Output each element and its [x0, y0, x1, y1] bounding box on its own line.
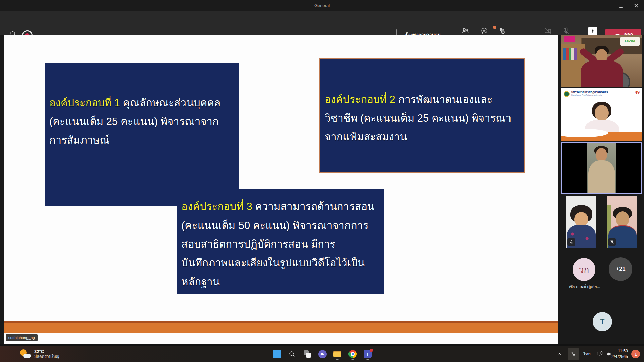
- scene-shape: [564, 36, 575, 42]
- close-button[interactable]: [629, 0, 644, 11]
- mic-off-icon: [562, 27, 584, 35]
- university-logo-icon: [564, 91, 570, 97]
- chat-notification-dot: [493, 26, 496, 29]
- camera-off-icon: [544, 27, 563, 35]
- university-banner: มหาวิทยาลัยราชภัฏกำแพงเพชร Kamphaeng Phe…: [561, 88, 642, 100]
- person-silhouette: [595, 105, 609, 121]
- scene-shape: [587, 143, 616, 193]
- running-indicator: [336, 359, 339, 360]
- network-button[interactable]: [595, 346, 604, 362]
- tray-mic-button[interactable]: [568, 348, 579, 360]
- person-silhouette: [596, 148, 607, 162]
- slide-accent-band: [4, 321, 558, 333]
- meet-now-button[interactable]: [318, 347, 327, 361]
- presenter-name-tag: sutthiphong_ng: [6, 334, 38, 341]
- slide-divider-line: [382, 231, 523, 231]
- participant-video-2[interactable]: มหาวิทยาลัยราชภัฏกำแพงเพชร Kamphaeng Phe…: [561, 88, 642, 141]
- tray-time: 11:50: [611, 348, 628, 354]
- self-avatar[interactable]: T: [593, 312, 612, 331]
- chevron-up-icon: [557, 351, 562, 357]
- search-icon: [288, 350, 296, 358]
- more-participants-avatar[interactable]: +21: [609, 257, 632, 281]
- teams-meeting-window: General --:-- ร้องขอการควบคุม บุคคล แชท …: [0, 0, 644, 362]
- participant-video-5[interactable]: [607, 196, 637, 248]
- slide-box-3: องค์ประกอบที่ 3 ความสามารถด้านการสอน (คะ…: [177, 189, 384, 294]
- weather-temp: 32°C: [34, 349, 59, 354]
- chat-icon: [480, 27, 499, 35]
- monitor-icon: [596, 351, 603, 357]
- window-title: General: [0, 0, 644, 11]
- person-silhouette: [616, 211, 629, 227]
- slide-box-2: องค์ประกอบที่ 2 การพัฒนาตนเองและ วิชาชีพ…: [319, 58, 525, 173]
- participant-avatar[interactable]: วก: [573, 258, 595, 281]
- title-bar: General: [0, 0, 644, 11]
- search-button[interactable]: [288, 347, 297, 361]
- friend-sign: Friend: [620, 37, 640, 46]
- windows-logo-icon: [273, 350, 281, 358]
- tray-date: 2/4/2565: [611, 354, 628, 360]
- language-indicator[interactable]: ไทย: [581, 346, 593, 362]
- close-icon: [634, 4, 638, 8]
- teams-icon: T: [364, 350, 372, 358]
- task-view-icon: [304, 350, 311, 358]
- system-tray: ไทย 11:50 2/4/2565 1: [557, 346, 644, 362]
- clock[interactable]: 11:50 2/4/2565: [611, 348, 628, 360]
- start-button[interactable]: [273, 347, 281, 361]
- person-silhouette: [581, 60, 623, 87]
- taskbar-apps: T: [273, 346, 372, 362]
- weather-widget[interactable]: 32°C มีแดดส่วนใหญ่: [19, 348, 59, 359]
- scene-shape: [561, 132, 642, 141]
- maximize-button[interactable]: [613, 0, 629, 11]
- muted-mic-icon: [567, 238, 575, 246]
- muted-mic-icon: [608, 238, 616, 246]
- minimize-icon: [604, 6, 607, 6]
- participant-video-4[interactable]: [566, 196, 596, 248]
- video-camera-icon: [318, 350, 327, 358]
- notification-dot: [370, 349, 373, 352]
- file-explorer-button[interactable]: [333, 347, 342, 361]
- slide-box-1: องค์ประกอบที่ 1 คุณลักษณะส่วนบุคคล (คะแน…: [45, 63, 239, 206]
- meeting-stage: องค์ประกอบที่ 1 คุณลักษณะส่วนบุคคล (คะแน…: [0, 35, 644, 344]
- stage-bottom-gap: [0, 344, 644, 346]
- participant-name: วชิร กานต์ (ผู้เยี่ย...: [554, 283, 613, 290]
- teams-app-button[interactable]: T: [363, 347, 372, 361]
- maximize-icon: [619, 4, 623, 8]
- participants-sidebar: Friend มหาวิทยาลัยราชภัฏกำแพงเพชร Kampha…: [558, 35, 644, 344]
- sun-cloud-icon: [19, 348, 31, 359]
- chrome-button[interactable]: [348, 347, 357, 361]
- share-icon: [588, 27, 597, 36]
- running-indicator: [366, 359, 369, 360]
- notification-badge[interactable]: 1: [631, 350, 640, 358]
- react-icon: [498, 27, 520, 35]
- tray-expand-button[interactable]: [555, 346, 564, 362]
- shared-slide: องค์ประกอบที่ 1 คุณลักษณะส่วนบุคคล (คะแน…: [4, 35, 558, 344]
- task-view-button[interactable]: [303, 347, 312, 361]
- mic-off-icon: [570, 351, 576, 357]
- people-icon: [461, 27, 480, 35]
- minimize-button[interactable]: [598, 0, 613, 11]
- participant-video-3-active[interactable]: [561, 142, 642, 194]
- scene-shape: [563, 48, 577, 60]
- person-silhouette: [588, 160, 615, 193]
- windows-taskbar: 32°C มีแดดส่วนใหญ่ T ไทย 11:50 2/4/2565 …: [0, 346, 644, 362]
- folder-icon: [333, 351, 341, 357]
- participant-video-1[interactable]: Friend: [561, 35, 642, 87]
- weather-condition: มีแดดส่วนใหญ่: [34, 354, 59, 359]
- meeting-toolbar: --:-- ร้องขอการควบคุม บุคคล แชท ตอบสนอง …: [0, 11, 644, 35]
- chrome-icon: [348, 350, 357, 358]
- speaker-icon: [606, 351, 612, 357]
- running-indicator: [351, 359, 354, 360]
